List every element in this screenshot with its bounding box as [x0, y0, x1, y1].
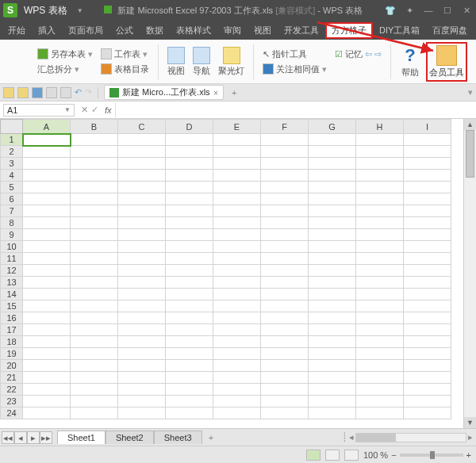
col-header[interactable]: A — [23, 120, 71, 134]
cell[interactable] — [261, 170, 309, 182]
cell[interactable] — [404, 265, 451, 277]
cell[interactable] — [309, 170, 356, 182]
cell[interactable] — [23, 146, 71, 158]
cell[interactable] — [261, 182, 309, 193]
qat-new-icon[interactable] — [3, 87, 14, 98]
cell[interactable] — [356, 170, 404, 182]
fx-icon[interactable]: fx — [102, 105, 115, 115]
worksheet-button[interactable]: 工作表 ▾ — [98, 48, 152, 61]
cell[interactable] — [166, 146, 213, 158]
cell[interactable] — [71, 253, 118, 265]
cell[interactable] — [213, 146, 261, 158]
cell[interactable] — [356, 336, 404, 348]
cell[interactable] — [404, 360, 451, 372]
cell[interactable] — [356, 253, 404, 265]
document-tab[interactable]: 新建 Micro...工作表.xls × — [104, 85, 224, 100]
cell[interactable] — [261, 265, 309, 277]
scroll-down-icon[interactable]: ▼ — [464, 417, 476, 428]
cell[interactable] — [404, 182, 451, 193]
cell[interactable] — [23, 324, 71, 336]
cell[interactable] — [309, 384, 356, 396]
cell[interactable] — [309, 193, 356, 205]
cell[interactable] — [71, 324, 118, 336]
cell[interactable] — [118, 312, 166, 324]
row-header[interactable]: 4 — [1, 170, 23, 182]
cell[interactable] — [261, 193, 309, 205]
sheet-tab[interactable]: Sheet2 — [106, 430, 154, 444]
cell[interactable] — [71, 193, 118, 205]
cell[interactable] — [356, 205, 404, 217]
cell[interactable] — [118, 158, 166, 170]
cell[interactable] — [261, 253, 309, 265]
col-header[interactable]: G — [309, 120, 356, 134]
cell[interactable] — [356, 324, 404, 336]
cell[interactable] — [404, 348, 451, 360]
cancel-formula-icon[interactable]: ✕ — [81, 105, 88, 115]
cell[interactable] — [309, 348, 356, 360]
cell[interactable] — [166, 336, 213, 348]
cell[interactable] — [356, 360, 404, 372]
cell[interactable] — [166, 384, 213, 396]
cell[interactable] — [213, 348, 261, 360]
cell[interactable] — [166, 253, 213, 265]
cell[interactable] — [261, 229, 309, 241]
cell[interactable] — [309, 408, 356, 419]
cell[interactable] — [213, 300, 261, 312]
cell[interactable] — [309, 396, 356, 408]
cell[interactable] — [309, 182, 356, 193]
cell[interactable] — [356, 348, 404, 360]
cell[interactable] — [261, 146, 309, 158]
cell[interactable] — [356, 312, 404, 324]
zoom-label[interactable]: 100 % — [363, 450, 388, 460]
cell[interactable] — [309, 336, 356, 348]
cell[interactable] — [213, 265, 261, 277]
menu-table-style[interactable]: 表格样式 — [170, 22, 217, 39]
cell[interactable] — [404, 324, 451, 336]
cell[interactable] — [23, 217, 71, 229]
col-header[interactable]: E — [213, 120, 261, 134]
cell[interactable] — [166, 241, 213, 253]
cell[interactable] — [261, 324, 309, 336]
cell[interactable] — [118, 396, 166, 408]
cell[interactable] — [71, 158, 118, 170]
col-header[interactable]: H — [356, 120, 404, 134]
cell[interactable] — [213, 277, 261, 289]
view-page-button[interactable] — [325, 450, 340, 461]
cell[interactable] — [23, 348, 71, 360]
new-tab-button[interactable]: + — [227, 88, 241, 98]
cell[interactable] — [213, 396, 261, 408]
menu-insert[interactable]: 插入 — [32, 22, 62, 39]
cell[interactable] — [309, 312, 356, 324]
cell[interactable] — [213, 360, 261, 372]
menu-view[interactable]: 视图 — [248, 22, 278, 39]
cell[interactable] — [118, 384, 166, 396]
row-header[interactable]: 14 — [1, 289, 23, 300]
cell[interactable] — [23, 277, 71, 289]
cell[interactable] — [23, 336, 71, 348]
cell[interactable] — [213, 182, 261, 193]
cell[interactable] — [309, 205, 356, 217]
cell[interactable] — [118, 289, 166, 300]
cell[interactable] — [166, 217, 213, 229]
cell[interactable] — [213, 193, 261, 205]
cell[interactable] — [356, 300, 404, 312]
cell[interactable] — [261, 408, 309, 419]
cell[interactable] — [23, 134, 71, 146]
hscroll-left-icon[interactable]: ◂ — [349, 432, 354, 442]
horizontal-scrollbar[interactable] — [355, 433, 466, 442]
cell[interactable] — [23, 205, 71, 217]
cell[interactable] — [309, 158, 356, 170]
cell[interactable] — [23, 289, 71, 300]
cell[interactable] — [213, 241, 261, 253]
cell[interactable] — [166, 348, 213, 360]
cell[interactable] — [404, 253, 451, 265]
cell[interactable] — [309, 241, 356, 253]
hscroll-right-icon[interactable]: ▸ — [468, 432, 473, 442]
cell[interactable] — [118, 300, 166, 312]
row-header[interactable]: 2 — [1, 146, 23, 158]
cell[interactable] — [309, 277, 356, 289]
select-all-corner[interactable] — [1, 120, 23, 134]
cell[interactable] — [23, 384, 71, 396]
cell[interactable] — [71, 229, 118, 241]
row-header[interactable]: 17 — [1, 324, 23, 336]
